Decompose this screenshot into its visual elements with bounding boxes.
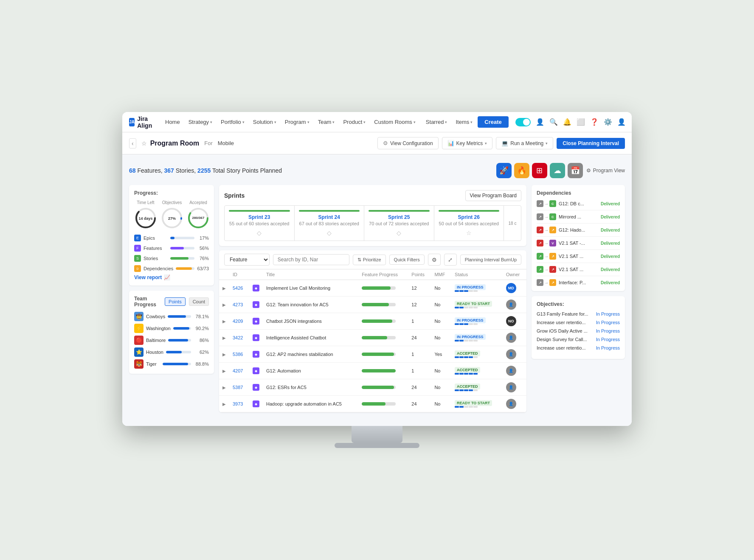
dep-to-icon: ↗	[549, 266, 556, 273]
view-configuration-button[interactable]: ⚙ View Configuration	[377, 137, 439, 149]
run-meeting-button[interactable]: 💻 Run a Meeting ▾	[496, 137, 553, 149]
feature-progress	[358, 313, 408, 330]
sort-icon: ⇅	[357, 257, 361, 263]
expand-icon[interactable]: ▶	[222, 369, 226, 373]
baltimore-pct: 86%	[194, 338, 209, 343]
objective-status: In Progress	[596, 320, 620, 325]
sprint-26[interactable]: Sprint 26 50 out of 54 stories accepted …	[434, 206, 504, 241]
expand-icon[interactable]: ▶	[222, 402, 226, 406]
arrow-icon: →	[544, 280, 549, 285]
user-icon[interactable]: 👤	[536, 118, 544, 126]
expand-icon[interactable]: ▶	[222, 286, 226, 291]
objective-status: In Progress	[596, 337, 620, 342]
objectives-circle: Objectives 27%	[160, 200, 183, 230]
features-fill	[170, 247, 184, 249]
nav-starred[interactable]: Starred ▾	[422, 116, 451, 128]
nav-items[interactable]: Items ▾	[452, 116, 476, 128]
objective-label: Increase user retentio...	[537, 345, 594, 350]
features-table: ID Title Feature Progress Points MMF Sta…	[219, 269, 526, 412]
cloud-icon[interactable]: ☁	[550, 163, 565, 178]
objective-row: Grow iOS Daily Active ... In Progress	[537, 328, 620, 333]
key-metrics-button[interactable]: 📊 Key Metrics ▾	[442, 137, 493, 149]
epics-pct: 17%	[197, 235, 209, 241]
feature-id[interactable]: 5387	[233, 385, 243, 390]
feature-progress	[358, 396, 408, 412]
feature-owner: NO	[503, 313, 526, 330]
feature-progress	[358, 330, 408, 346]
feature-id[interactable]: 3973	[233, 401, 243, 406]
feature-id[interactable]: 3422	[233, 335, 243, 340]
fire-icon[interactable]: 🔥	[514, 163, 529, 178]
nav-custom-rooms[interactable]: Custom Rooms ▾	[371, 116, 419, 128]
chart-icon: 📈	[164, 274, 170, 280]
close-planning-interval-button[interactable]: Close Planning Interval	[557, 138, 625, 149]
feature-progress	[358, 363, 408, 379]
objectives-list: G13 Family Feature for... In Progress In…	[537, 311, 620, 350]
feature-points: 24	[408, 379, 431, 396]
team-row-cowboys: 🤠 Cowboys 78.1%	[134, 312, 209, 321]
create-button[interactable]: Create	[478, 116, 508, 128]
expand-icon[interactable]: ▶	[222, 302, 226, 307]
nav-solution[interactable]: Solution ▾	[250, 116, 280, 128]
feature-id[interactable]: 5426	[233, 286, 243, 291]
search-input[interactable]	[273, 254, 349, 265]
feature-id[interactable]: 4273	[233, 302, 243, 307]
search-icon[interactable]: 🔍	[549, 118, 558, 126]
grid-icon[interactable]: ⊞	[532, 163, 547, 178]
toggle-switch[interactable]	[515, 118, 531, 126]
calendar-icon[interactable]: 📅	[568, 163, 583, 178]
nav-team[interactable]: Team ▾	[315, 116, 338, 128]
feature-type-icon: ◆	[253, 318, 259, 325]
count-tab[interactable]: Count	[189, 297, 209, 306]
nav-product[interactable]: Product ▾	[340, 116, 369, 128]
logo[interactable]: JA Jira Align	[129, 115, 155, 129]
nav-strategy[interactable]: Strategy ▾	[185, 116, 216, 128]
sprint-25[interactable]: Sprint 25 70 out of 72 stories accepted …	[364, 206, 434, 241]
feature-type-select[interactable]: Feature	[224, 254, 270, 266]
nav-home[interactable]: Home	[162, 116, 183, 128]
feature-points: 1	[408, 346, 431, 363]
nav-program[interactable]: Program ▾	[281, 116, 313, 128]
dep-status: Delivered	[601, 241, 620, 246]
features-label: Features	[143, 246, 168, 251]
burnup-button[interactable]: Planning Interval BurnUp	[460, 255, 521, 265]
expand-icon-button[interactable]: ⤢	[444, 254, 457, 266]
prioritize-button[interactable]: ⇅ Prioritize	[353, 255, 386, 265]
dependency-row: ↗ → V V2.1 SAT -... Delivered	[537, 240, 620, 250]
points-tab[interactable]: Points	[165, 297, 186, 306]
features-count: 68	[129, 167, 136, 174]
expand-icon[interactable]: ▶	[222, 385, 226, 390]
feature-progress	[358, 379, 408, 396]
expand-icon[interactable]: ▶	[222, 352, 226, 357]
quick-filters-button[interactable]: Quick Filters	[389, 255, 425, 265]
feature-title: Chatbot JSON integrations	[263, 313, 358, 330]
team-rows: 🤠 Cowboys 78.1% ⚡ Washington 90.2%	[134, 312, 209, 369]
chevron-down-icon: ▾	[546, 141, 548, 146]
sprint-24[interactable]: Sprint 24 67 out of 83 stories accepted …	[295, 206, 365, 241]
avatar[interactable]: 👤	[617, 118, 626, 126]
dep-label: V2.1 SAT ...	[559, 254, 598, 259]
board-icon[interactable]: ⬜	[577, 118, 585, 126]
rocket-icon[interactable]: 🚀	[496, 163, 512, 178]
gear-icon[interactable]: ⚙️	[604, 118, 612, 126]
program-view-button[interactable]: ⚙ Program View	[586, 168, 625, 174]
feature-id[interactable]: 4207	[233, 368, 243, 373]
help-icon[interactable]: ❓	[590, 118, 599, 126]
star-icon[interactable]: ☆	[141, 140, 147, 147]
chevron-down-icon: ▾	[414, 120, 416, 124]
expand-icon[interactable]: ▶	[222, 319, 226, 324]
settings-icon-button[interactable]: ⚙	[428, 254, 441, 266]
feature-id[interactable]: 5386	[233, 352, 243, 357]
bell-icon[interactable]: 🔔	[563, 118, 571, 126]
feature-title: G12: ESRs for AC5	[263, 379, 358, 396]
sprints-title: Sprints	[224, 192, 465, 199]
view-program-board-button[interactable]: View Program Board	[465, 190, 522, 201]
expand-icon[interactable]: ▶	[222, 336, 226, 340]
view-report-button[interactable]: View report 📈	[134, 274, 209, 280]
feature-id[interactable]: 4209	[233, 319, 243, 324]
left-panel: Progress: Time Left 14 days	[129, 185, 214, 412]
sidebar-toggle[interactable]: ‹	[129, 138, 136, 148]
sprint-23[interactable]: Sprint 23 55 out of 60 stories accepted …	[225, 206, 295, 241]
feature-title: Implement Live Call Monitoring	[263, 280, 358, 297]
nav-portfolio[interactable]: Portfolio ▾	[217, 116, 248, 128]
